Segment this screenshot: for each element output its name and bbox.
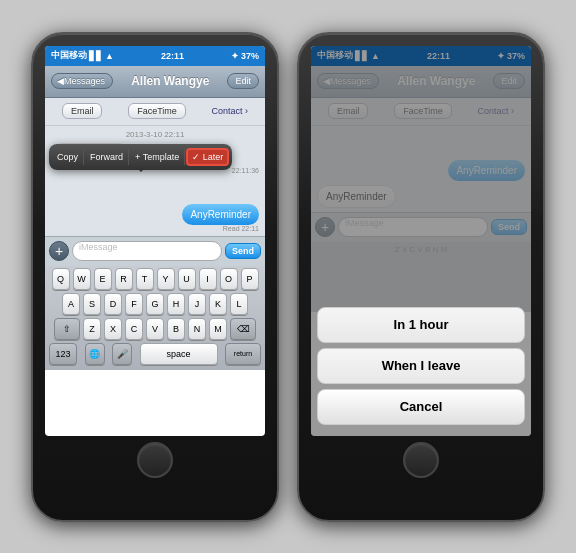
status-left: 中国移动 ▋▋ ▲ xyxy=(51,49,114,62)
key-o[interactable]: O xyxy=(220,268,238,290)
left-iphone: 中国移动 ▋▋ ▲ 22:11 ✦ 37% ◀ Messages Allen W… xyxy=(31,32,279,522)
forward-button[interactable]: Forward xyxy=(85,149,129,165)
key-z[interactable]: Z xyxy=(83,318,101,340)
key-a[interactable]: A xyxy=(62,293,80,315)
imessage-date-label: 2013-3-10 22:11 xyxy=(51,130,259,139)
carrier-label: 中国移动 xyxy=(51,49,87,62)
key-space[interactable]: space xyxy=(140,343,218,365)
signal-icon: ▋▋ xyxy=(89,51,103,61)
time-label: 22:11 xyxy=(161,51,184,61)
edit-button[interactable]: Edit xyxy=(227,73,259,89)
send-button[interactable]: Send xyxy=(225,243,261,259)
key-i[interactable]: I xyxy=(199,268,217,290)
home-button-left[interactable] xyxy=(137,442,173,478)
keyboard-row-4: 123 🌐 🎤 space return xyxy=(47,343,263,365)
back-arrow-icon: ◀ xyxy=(57,76,64,86)
template-button[interactable]: + Template xyxy=(130,149,185,165)
key-t[interactable]: T xyxy=(136,268,154,290)
input-area-left: + iMessage Send xyxy=(45,236,265,266)
key-e[interactable]: E xyxy=(94,268,112,290)
key-c[interactable]: C xyxy=(125,318,143,340)
bluetooth-icon: ✦ xyxy=(231,51,239,61)
key-l[interactable]: L xyxy=(230,293,248,315)
home-button-right[interactable] xyxy=(403,442,439,478)
right-iphone: 中国移动 ▋▋ ▲ 22:11 ✦ 37% ◀ Messages Allen W… xyxy=(297,32,545,522)
key-u[interactable]: U xyxy=(178,268,196,290)
right-screen: 中国移动 ▋▋ ▲ 22:11 ✦ 37% ◀ Messages Allen W… xyxy=(311,46,531,436)
keyboard: Q W E R T Y U I O P A S D F G H J K L xyxy=(45,266,265,370)
key-k[interactable]: K xyxy=(209,293,227,315)
key-j[interactable]: J xyxy=(188,293,206,315)
contact-button[interactable]: Contact › xyxy=(212,106,249,116)
read-label: Read 22:11 xyxy=(182,225,259,232)
in-1-hour-button[interactable]: In 1 hour xyxy=(317,307,525,343)
keyboard-row-3: ⇧ Z X C V B N M ⌫ xyxy=(47,318,263,340)
key-return[interactable]: return xyxy=(225,343,261,365)
nav-title: Allen Wangye xyxy=(131,74,209,88)
plus-button[interactable]: + xyxy=(49,241,69,261)
key-q[interactable]: Q xyxy=(52,268,70,290)
messages-area-left: 2013-3-10 22:11 Copy Forward + Template … xyxy=(45,126,265,236)
key-b[interactable]: B xyxy=(167,318,185,340)
back-button[interactable]: ◀ Messages xyxy=(51,73,113,89)
popup-menu: Copy Forward + Template ✓ Later xyxy=(49,144,232,170)
status-bar-left: 中国移动 ▋▋ ▲ 22:11 ✦ 37% xyxy=(45,46,265,66)
right-bubble: AnyReminder xyxy=(182,204,259,225)
battery-label: 37% xyxy=(241,51,259,61)
key-123[interactable]: 123 xyxy=(49,343,77,365)
key-w[interactable]: W xyxy=(73,268,91,290)
key-s[interactable]: S xyxy=(83,293,101,315)
wifi-icon: ▲ xyxy=(105,51,114,61)
action-row-left: Email FaceTime Contact › xyxy=(45,98,265,126)
key-r[interactable]: R xyxy=(115,268,133,290)
email-button[interactable]: Email xyxy=(62,103,103,119)
key-g[interactable]: G xyxy=(146,293,164,315)
imessage-input[interactable]: iMessage xyxy=(72,241,222,261)
later-button[interactable]: ✓ Later xyxy=(186,148,229,166)
key-mic[interactable]: 🎤 xyxy=(112,343,132,365)
key-m[interactable]: M xyxy=(209,318,227,340)
right-message: AnyReminder Read 22:11 xyxy=(51,204,259,232)
keyboard-row-1: Q W E R T Y U I O P xyxy=(47,268,263,290)
key-h[interactable]: H xyxy=(167,293,185,315)
key-n[interactable]: N xyxy=(188,318,206,340)
copy-button[interactable]: Copy xyxy=(52,149,84,165)
key-v[interactable]: V xyxy=(146,318,164,340)
action-sheet: In 1 hour When I leave Cancel xyxy=(311,307,531,436)
nav-bar-left: ◀ Messages Allen Wangye Edit xyxy=(45,66,265,98)
left-screen: 中国移动 ▋▋ ▲ 22:11 ✦ 37% ◀ Messages Allen W… xyxy=(45,46,265,436)
key-d[interactable]: D xyxy=(104,293,122,315)
facetime-button[interactable]: FaceTime xyxy=(128,103,186,119)
key-f[interactable]: F xyxy=(125,293,143,315)
when-i-leave-button[interactable]: When I leave xyxy=(317,348,525,384)
key-y[interactable]: Y xyxy=(157,268,175,290)
cancel-button[interactable]: Cancel xyxy=(317,389,525,425)
keyboard-row-2: A S D F G H J K L xyxy=(47,293,263,315)
key-globe[interactable]: 🌐 xyxy=(85,343,105,365)
key-delete[interactable]: ⌫ xyxy=(230,318,256,340)
status-right: ✦ 37% xyxy=(231,51,259,61)
key-shift[interactable]: ⇧ xyxy=(54,318,80,340)
key-p[interactable]: P xyxy=(241,268,259,290)
key-x[interactable]: X xyxy=(104,318,122,340)
